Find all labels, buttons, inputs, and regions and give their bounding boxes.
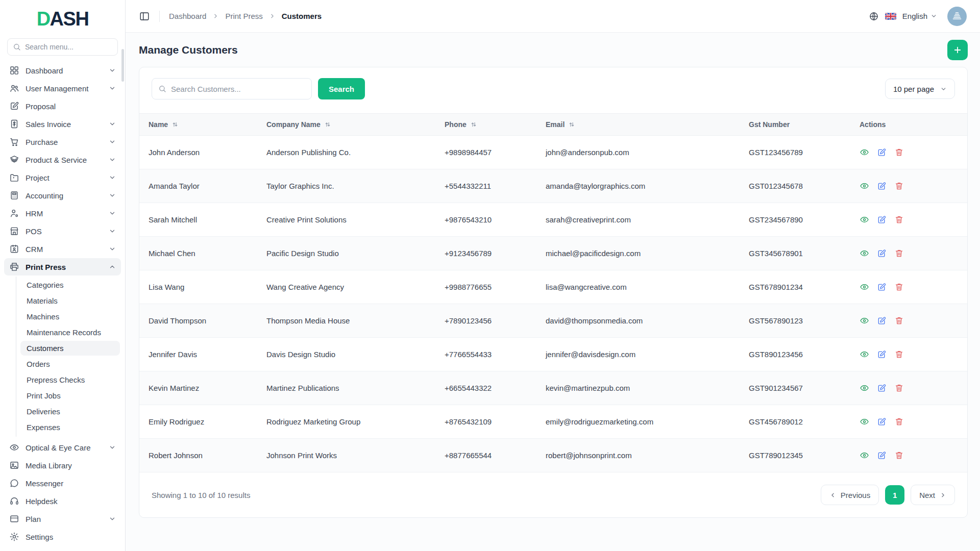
edit-button[interactable]: [877, 417, 887, 427]
column-header-phone[interactable]: Phone: [436, 114, 537, 136]
edit-button[interactable]: [877, 349, 887, 359]
sidebar-subitem-machines[interactable]: Machines: [20, 309, 120, 324]
trash-icon: [894, 349, 904, 359]
view-button[interactable]: [860, 248, 869, 258]
edit-button[interactable]: [877, 147, 887, 157]
delete-button[interactable]: [894, 383, 904, 393]
sidebar-subitem-customers[interactable]: Customers: [20, 341, 120, 356]
cell-company: Davis Design Studio: [258, 338, 436, 371]
page-number-button[interactable]: 1: [885, 485, 904, 505]
edit-button[interactable]: [877, 383, 887, 393]
cell-gst: GST456789012: [741, 405, 851, 439]
sidebar-subitem-prepress-checks[interactable]: Prepress Checks: [20, 372, 120, 387]
proposal-icon: [9, 101, 19, 111]
edit-button[interactable]: [877, 282, 887, 292]
table-row: Kevin MartinezMartinez Publications+6655…: [139, 371, 967, 405]
view-button[interactable]: [860, 215, 869, 224]
sidebar-subitem-deliveries[interactable]: Deliveries: [20, 404, 120, 419]
sidebar-subitem-expenses[interactable]: Expenses: [20, 420, 120, 435]
customer-search-input[interactable]: [171, 85, 305, 93]
sort-icon[interactable]: [568, 121, 575, 128]
trash-icon: [894, 450, 904, 460]
main-area: DashboardPrint PressCustomers English Ma…: [126, 0, 980, 551]
view-button[interactable]: [860, 450, 869, 460]
edit-button[interactable]: [877, 248, 887, 258]
sidebar-search[interactable]: [7, 38, 118, 56]
column-header-company-name[interactable]: Company Name: [258, 114, 436, 136]
sidebar-item-purchase[interactable]: Purchase: [4, 133, 121, 151]
column-label: Phone: [445, 120, 467, 129]
customer-search-box[interactable]: [152, 78, 312, 99]
sidebar-item-settings[interactable]: Settings: [4, 528, 121, 545]
delete-button[interactable]: [894, 181, 904, 191]
search-button[interactable]: Search: [318, 78, 365, 99]
breadcrumb-item-dashboard[interactable]: Dashboard: [169, 12, 206, 20]
next-page-button[interactable]: Next: [911, 485, 955, 505]
chevron-up-icon: [109, 263, 116, 270]
language-selector[interactable]: English: [902, 12, 937, 20]
sort-icon[interactable]: [324, 121, 331, 128]
sidebar-toggle-button[interactable]: [139, 11, 150, 22]
edit-button[interactable]: [877, 181, 887, 191]
view-button[interactable]: [860, 147, 869, 157]
edit-button[interactable]: [877, 316, 887, 325]
breadcrumb-item-print-press[interactable]: Print Press: [225, 12, 262, 20]
sidebar-item-helpdesk[interactable]: Helpdesk: [4, 492, 121, 510]
view-button[interactable]: [860, 282, 869, 292]
sidebar-item-proposal[interactable]: Proposal: [4, 97, 121, 115]
sidebar-item-media-library[interactable]: Media Library: [4, 457, 121, 474]
sidebar-subitem-categories[interactable]: Categories: [20, 278, 120, 292]
delete-button[interactable]: [894, 417, 904, 427]
sort-icon[interactable]: [172, 121, 179, 128]
trash-icon: [894, 383, 904, 393]
delete-button[interactable]: [894, 248, 904, 258]
column-label: Email: [546, 120, 565, 129]
column-header-email[interactable]: Email: [537, 114, 741, 136]
edit-icon: [877, 147, 887, 157]
sidebar-subitem-materials[interactable]: Materials: [20, 293, 120, 308]
globe-icon[interactable]: [869, 11, 879, 21]
delete-button[interactable]: [894, 450, 904, 460]
delete-button[interactable]: [894, 215, 904, 224]
edit-button[interactable]: [877, 450, 887, 460]
column-header-name[interactable]: Name: [139, 114, 258, 136]
sidebar-item-hrm[interactable]: HRM: [4, 205, 121, 222]
view-button[interactable]: [860, 383, 869, 393]
sidebar-item-sales-invoice[interactable]: Sales Invoice: [4, 115, 121, 133]
sidebar-item-project[interactable]: Project: [4, 169, 121, 186]
trash-icon: [894, 417, 904, 427]
edit-button[interactable]: [877, 215, 887, 224]
sidebar-item-print-press[interactable]: Print Press: [4, 258, 121, 276]
sidebar-subitem-print-jobs[interactable]: Print Jobs: [20, 388, 120, 403]
sidebar-subitem-maintenance-records[interactable]: Maintenance Records: [20, 325, 120, 340]
per-page-select[interactable]: 10 per page: [885, 79, 955, 99]
previous-page-button[interactable]: Previous: [821, 485, 879, 505]
delete-button[interactable]: [894, 147, 904, 157]
delete-button[interactable]: [894, 282, 904, 292]
delete-button[interactable]: [894, 349, 904, 359]
view-button[interactable]: [860, 417, 869, 427]
sort-icon[interactable]: [470, 121, 477, 128]
sidebar-item-plan[interactable]: Plan: [4, 510, 121, 528]
sidebar-item-product-service[interactable]: Product & Service: [4, 151, 121, 168]
sidebar-item-pos[interactable]: POS: [4, 222, 121, 240]
chevron-down-icon: [930, 13, 937, 19]
sidebar-item-label: Accounting: [26, 191, 63, 200]
sidebar-item-messenger[interactable]: Messenger: [4, 474, 121, 492]
avatar[interactable]: [947, 7, 967, 26]
sidebar-item-optical-eye-care[interactable]: Optical & Eye Care: [4, 439, 121, 456]
sidebar-item-crm[interactable]: CRM: [4, 240, 121, 258]
sidebar-item-user-management[interactable]: User Management: [4, 80, 121, 97]
add-customer-button[interactable]: [947, 40, 968, 60]
sidebar-search-input[interactable]: [25, 43, 117, 51]
sidebar-item-dashboard[interactable]: Dashboard: [4, 62, 121, 79]
view-button[interactable]: [860, 181, 869, 191]
sidebar-scrollbar[interactable]: [121, 49, 124, 82]
delete-button[interactable]: [894, 316, 904, 325]
view-button[interactable]: [860, 349, 869, 359]
view-button[interactable]: [860, 316, 869, 325]
edit-icon: [877, 316, 887, 325]
sidebar-subitem-orders[interactable]: Orders: [20, 357, 120, 371]
sidebar-item-accounting[interactable]: Accounting: [4, 187, 121, 204]
chevron-down-icon: [109, 174, 116, 181]
